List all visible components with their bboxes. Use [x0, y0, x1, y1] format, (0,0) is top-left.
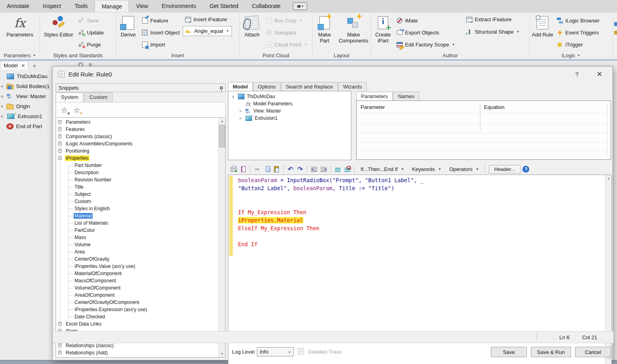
code-line-8[interactable] — [238, 232, 603, 240]
indent-icon[interactable] — [320, 165, 328, 173]
snippet-partcolor[interactable]: PartColor — [56, 227, 218, 234]
make-part-button[interactable]: ✦ Make Part — [314, 14, 335, 52]
paste-icon[interactable] — [272, 165, 280, 173]
document-icon[interactable] — [239, 165, 247, 173]
ribbon-tab-collaborate[interactable]: Collaborate — [245, 0, 288, 12]
column-header-parameter[interactable]: Parameter — [361, 104, 385, 110]
add-browser-tab-button[interactable]: + — [32, 62, 36, 69]
expand-icon[interactable]: + — [0, 94, 4, 99]
outdent-icon[interactable] — [310, 165, 318, 173]
browser-item-solid-bodies-1[interactable]: +Solid Bodies(1 — [0, 81, 53, 91]
header-button[interactable]: Header... — [489, 165, 520, 173]
keywords-dropdown[interactable]: Keywords▼ — [409, 165, 444, 173]
browser-item-end-of-part[interactable]: ✕End of Part — [0, 121, 53, 131]
code-line-6[interactable]: iProperties.Material — [238, 216, 603, 224]
scrollbar-thumb[interactable] — [219, 125, 225, 147]
snippet-volume[interactable]: Volume — [56, 241, 218, 248]
ribbon-tab-environments[interactable]: Environments — [155, 0, 203, 12]
snippet-iproperties-value-ass-y-use[interactable]: iProperties.Value (ass'y use) — [56, 263, 218, 270]
snippet-iproperties-expression-ass-y-use[interactable]: iProperties.Expression (ass'y use) — [56, 306, 218, 313]
code-line-4[interactable] — [238, 200, 603, 208]
snippet-title[interactable]: Title — [56, 183, 218, 191]
browser-item-view-master[interactable]: +View: Master — [0, 91, 53, 101]
snippet-ilogic-assemblies-components[interactable]: +iLogic Assemblies/Components — [56, 140, 218, 147]
edit-snippets-icon[interactable]: ☆✎ — [73, 106, 80, 115]
save-button[interactable]: Save — [491, 347, 527, 357]
ribbon-tab-view[interactable]: View — [129, 0, 155, 12]
event-triggers-button[interactable]: Event Triggers — [554, 28, 601, 37]
ribbon-tab-inspect[interactable]: Inspect — [36, 0, 68, 12]
ribbon-tab-tools[interactable]: Tools — [68, 0, 95, 12]
ribbon-tab-annotate[interactable]: Annotate — [0, 0, 36, 12]
angle-equal-dropdown[interactable]: Angle_equal▼ — [183, 26, 232, 36]
log-level-select[interactable]: Info∨ — [257, 347, 294, 356]
expand-icon[interactable]: > — [238, 109, 243, 113]
structural-shape-button[interactable]: IStructural Shape▼ — [464, 28, 522, 36]
cloud-point-button[interactable]: Cloud Point▼ — [264, 40, 309, 49]
ribbon-tab-get-started[interactable]: Get Started — [203, 0, 245, 12]
edit-factory-scope-button[interactable]: Edit Factory Scope▼ — [394, 40, 463, 49]
export-objects-button[interactable]: Export Objects — [394, 28, 463, 37]
snippet-area[interactable]: Area — [56, 248, 218, 255]
expand-icon[interactable]: + — [0, 84, 4, 89]
snippet-material[interactable]: Material — [56, 212, 218, 219]
snippet-list-of-materials[interactable]: List of Materials — [56, 219, 218, 227]
browser-item-thidumodau[interactable]: ThiDuMoDau — [0, 71, 53, 81]
feature-button[interactable]: Feature — [139, 16, 182, 25]
imate-button[interactable]: iMate — [394, 16, 463, 25]
expand-icon[interactable]: + — [0, 114, 4, 119]
window-split-control[interactable]: ▾ — [293, 2, 307, 10]
insert-object-button[interactable]: Insert Object — [139, 28, 182, 37]
snippet-features[interactable]: +Features — [56, 126, 218, 133]
params-tab-parameters[interactable]: Parameters — [356, 92, 393, 101]
derive-button[interactable]: Derive — [118, 14, 139, 52]
cut-icon[interactable]: ✂ — [253, 165, 261, 173]
snippet-centerofgravityofcomponent[interactable]: CenterOfGravityOfComponent — [56, 299, 218, 306]
snippet-iproperties[interactable]: −iProperties — [56, 155, 218, 162]
ribbon-tab-manage[interactable]: Manage — [95, 0, 129, 12]
snippet-part-number[interactable]: Part Number — [56, 162, 218, 169]
expand-icon[interactable]: > — [238, 116, 243, 121]
snippet-areaofcomponent[interactable]: AreaOfComponent — [56, 292, 218, 299]
snippet-revision-number[interactable]: Revision Number — [56, 176, 218, 183]
ribbon-group-label-parameters[interactable]: Parameters▼ — [0, 52, 40, 59]
snippets-tab-system[interactable]: System — [56, 93, 83, 102]
model-tree-model-parameters[interactable]: fxModel Parameters — [228, 100, 351, 107]
snippets-tab-custom[interactable]: Custom — [84, 93, 113, 102]
extract-ifeature-button[interactable]: Extract iFeature — [464, 15, 522, 24]
dialog-help-button[interactable]: ? — [571, 69, 583, 79]
print-icon[interactable] — [230, 165, 238, 173]
save-styles-button[interactable]: Save — [76, 16, 106, 25]
dialog-title-bar[interactable]: Edit Rule: Rule0 — [52, 66, 613, 82]
detailed-trace-checkbox[interactable]: ✓ — [298, 348, 304, 354]
ribbon-group-label-insert[interactable]: Insert — [116, 52, 239, 59]
snippet-volumeofcomponent[interactable]: VolumeOfComponent — [56, 284, 218, 292]
snippet-mass[interactable]: Mass — [56, 234, 218, 241]
redo-icon[interactable]: ↷ — [296, 165, 304, 173]
code-line-9[interactable]: End If — [238, 240, 603, 248]
box-crop-button[interactable]: Box Crop▼ — [264, 16, 309, 25]
code-line-5[interactable]: If My_Expression Then — [238, 208, 603, 216]
column-header-equation[interactable]: Equation — [484, 104, 504, 110]
close-icon[interactable]: ✕ — [21, 63, 25, 68]
collapse-icon[interactable]: ∨ — [231, 95, 236, 99]
undo-icon[interactable]: ↶ — [286, 165, 294, 173]
styles-editor-button[interactable]: Styles Editor — [42, 14, 75, 52]
scroll-up-icon[interactable]: ▲ — [219, 118, 226, 125]
scroll-up-icon[interactable]: ▲ — [605, 175, 612, 181]
snippet-custom[interactable]: Custom — [56, 198, 218, 205]
snippet-excel-data-links[interactable]: +Excel Data Links — [56, 320, 218, 328]
rule-tab-options[interactable]: Options — [253, 82, 281, 91]
help-icon[interactable]: ? — [522, 165, 530, 173]
snippet-styles-in-english[interactable]: Styles in English — [56, 205, 218, 212]
model-tree-thidumodau[interactable]: ∨ThiDuMoDau — [228, 93, 351, 100]
snippets-scrollbar[interactable]: ▲ ▼ — [218, 118, 225, 357]
import-button[interactable]: Import — [139, 40, 182, 49]
ribbon-group-label-styles[interactable]: Styles and Standards — [40, 52, 116, 59]
browser-tab-model[interactable]: Model✕ — [0, 61, 28, 70]
ribbon-group-label-layout[interactable]: Layout — [313, 52, 371, 59]
insert-ifeature-button[interactable]: Insert iFeature — [183, 15, 232, 24]
snippet-massofcomponent[interactable]: MassOfComponent — [56, 277, 218, 284]
make-components-button[interactable]: ✦ Make Components — [338, 14, 369, 52]
pin-icon[interactable] — [220, 86, 223, 89]
